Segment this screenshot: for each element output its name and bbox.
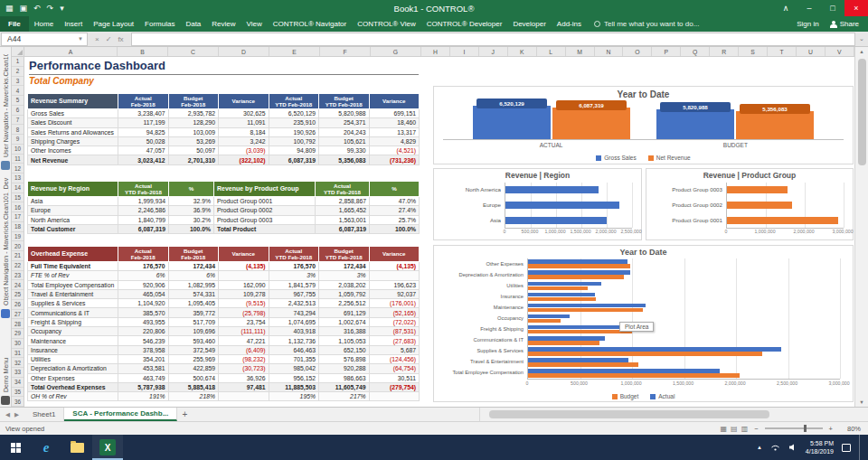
column-header-cell[interactable]: Actual YTD Feb-2018 — [269, 94, 319, 109]
row-header-18[interactable]: 18 — [12, 222, 24, 232]
row-header-11[interactable]: 11 — [12, 155, 24, 164]
file-explorer-icon[interactable] — [61, 435, 92, 460]
value-cell[interactable]: (176,001) — [369, 299, 420, 308]
row-header-22[interactable]: 22 — [12, 261, 24, 271]
row-header-5[interactable]: 5 — [12, 96, 24, 106]
sidebar-pane[interactable]: Object Navigation - Mavericks.Clean101_D… — [1, 174, 10, 322]
value-cell[interactable]: 190,926 — [269, 127, 319, 136]
column-header-E[interactable]: E — [269, 47, 320, 56]
value-cell[interactable]: 47,057 — [118, 146, 169, 155]
column-header-cell[interactable]: Actual YTD Feb-2018 — [316, 182, 370, 197]
row-header-35[interactable]: 35 — [12, 388, 24, 398]
sheet-next-icon[interactable]: ▶ — [14, 411, 19, 418]
row-header-24[interactable]: 24 — [12, 280, 24, 290]
value-cell[interactable]: 128,290 — [168, 118, 219, 127]
value-cell[interactable]: (279,754) — [369, 382, 420, 391]
row-header-29[interactable]: 29 — [12, 329, 24, 339]
column-header-P[interactable]: P — [652, 47, 681, 56]
value-cell[interactable]: 1,074,695 — [269, 317, 319, 326]
value-cell[interactable]: 1,002,674 — [319, 317, 370, 326]
value-cell[interactable]: 2,256,512 — [319, 299, 370, 308]
value-cell[interactable] — [369, 392, 420, 401]
table-header-label[interactable]: Overhead Expense — [28, 247, 118, 262]
row-header-26[interactable]: 26 — [12, 300, 24, 310]
column-header-cell[interactable]: Budget Feb-2018 — [168, 94, 219, 109]
row-label-cell[interactable]: Communications & IT — [28, 308, 118, 317]
row-header-13[interactable]: 13 — [12, 174, 24, 183]
value-cell[interactable]: 1,132,736 — [269, 336, 319, 345]
row-header-10[interactable]: 10 — [12, 145, 24, 155]
column-header-Q[interactable]: Q — [681, 47, 710, 56]
value-cell[interactable]: 117,199 — [118, 118, 169, 127]
minimize-button[interactable]: – — [797, 0, 821, 16]
column-header-G[interactable]: G — [371, 47, 421, 56]
table-header-label[interactable]: Revenue Summary — [28, 94, 118, 109]
value-cell[interactable]: 6% — [118, 271, 169, 280]
zoom-slider-thumb[interactable] — [804, 425, 807, 432]
column-header-cell[interactable]: Actual Feb-2018 — [118, 94, 169, 109]
value-cell[interactable]: 255,969 — [168, 354, 219, 363]
value-cell[interactable]: 109,696 — [168, 327, 219, 336]
value-cell[interactable]: 4,829 — [369, 136, 420, 146]
show-desktop-button[interactable] — [859, 435, 863, 460]
value-cell[interactable]: 235,910 — [269, 118, 319, 127]
value-cell[interactable]: (4,135) — [219, 262, 269, 271]
undo-icon[interactable]: ↶ — [33, 4, 41, 13]
row-label-cell[interactable]: Net Revenue — [28, 155, 118, 164]
row-header-12[interactable]: 12 — [12, 164, 24, 174]
value-cell[interactable]: 302,625 — [219, 109, 269, 118]
value-cell[interactable]: 172,434 — [168, 262, 219, 271]
ribbon-tab-view[interactable]: View — [241, 16, 268, 32]
column-header-cell[interactable]: Revenue by Product Group — [214, 182, 316, 197]
sheet-grid[interactable]: Performance Dashboard Total Company Reve… — [24, 57, 854, 407]
start-button[interactable] — [0, 435, 31, 460]
value-cell[interactable]: 23,754 — [219, 317, 269, 326]
value-cell[interactable]: 53,269 — [168, 136, 219, 146]
new-sheet-button[interactable]: + — [177, 408, 192, 421]
row-header-19[interactable]: 19 — [12, 232, 24, 242]
row-label-cell[interactable]: OH % of Rev — [28, 392, 118, 401]
value-cell[interactable]: 8,184 — [219, 127, 269, 136]
value-cell[interactable]: 217% — [319, 392, 370, 401]
value-cell[interactable]: (72,022) — [369, 317, 420, 326]
row-header-28[interactable]: 28 — [12, 319, 24, 329]
row-label-cell[interactable]: Freight & Shipping — [28, 317, 118, 326]
row-label-cell[interactable]: Other Expenses — [28, 373, 118, 382]
row-header-27[interactable]: 27 — [12, 310, 24, 320]
ribbon-tab-developer[interactable]: Developer — [507, 16, 551, 32]
value-cell[interactable]: 5,820,988 — [319, 109, 370, 118]
column-header-A[interactable]: A — [24, 47, 118, 56]
row-header-34[interactable]: 34 — [12, 378, 24, 388]
row-label-cell[interactable]: Shipping Charges — [28, 136, 118, 146]
column-header-S[interactable]: S — [739, 47, 768, 56]
value-cell[interactable]: 920,906 — [118, 280, 169, 289]
insert-function-icon[interactable]: fx — [118, 35, 123, 43]
value-cell[interactable]: 593,460 — [168, 336, 219, 345]
value-cell[interactable]: 2,701,310 — [168, 155, 219, 164]
column-header-cell[interactable]: % — [370, 182, 420, 197]
ribbon-tab-control-developer[interactable]: CONTROL® Developer — [421, 16, 508, 32]
column-header-T[interactable]: T — [768, 47, 797, 56]
row-label-cell[interactable]: Maintenance — [28, 336, 118, 345]
internet-explorer-icon[interactable]: e — [31, 435, 61, 460]
value-cell[interactable]: 2,935,782 — [168, 109, 219, 118]
value-cell[interactable]: 25.7% — [370, 215, 420, 224]
value-cell[interactable]: 422,859 — [168, 364, 219, 373]
value-cell[interactable]: 956,152 — [269, 373, 319, 382]
row-label-cell[interactable]: Total Overhead Expenses — [28, 382, 118, 391]
value-cell[interactable]: 204,243 — [319, 127, 370, 136]
ribbon-tab-insert[interactable]: Insert — [59, 16, 88, 32]
ribbon-tab-data[interactable]: Data — [180, 16, 206, 32]
row-label-cell[interactable]: Europe — [28, 206, 118, 215]
column-header-cell[interactable]: Variance — [219, 247, 269, 262]
value-cell[interactable]: (6,409) — [219, 345, 269, 354]
value-cell[interactable]: 372,549 — [168, 345, 219, 354]
row-header-32[interactable]: 32 — [12, 358, 24, 368]
taskbar-clock[interactable]: 5:58 PM 4/18/2019 — [806, 439, 834, 455]
value-cell[interactable] — [219, 271, 269, 280]
value-cell[interactable]: 701,355 — [269, 354, 319, 363]
volume-icon[interactable] — [788, 444, 797, 451]
value-cell[interactable]: 97,481 — [219, 382, 269, 391]
value-cell[interactable]: 195% — [269, 392, 319, 401]
column-header-H[interactable]: H — [421, 47, 450, 56]
